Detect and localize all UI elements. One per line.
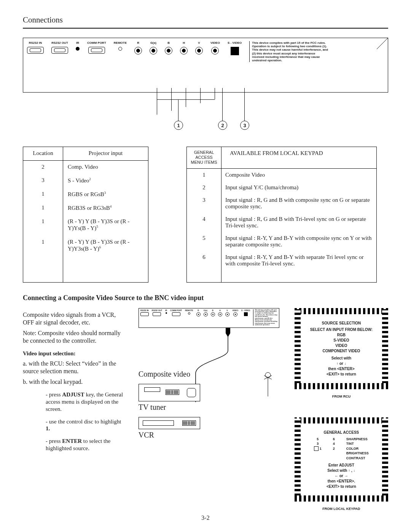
menu-items-table: GENERAL ACCESS MENU ITEMSAVAILABLE FROM … — [186, 147, 377, 283]
port-v: V — [195, 41, 203, 54]
header-rule — [23, 28, 388, 29]
page-number: 3-2 — [0, 514, 411, 521]
port-b: B — [165, 41, 172, 54]
port-remote: REMOTE — [114, 41, 127, 51]
node-2: 2 — [218, 121, 227, 130]
port-h: H — [180, 41, 188, 54]
osd-source-selection: SOURCE SELECTION SELECT AN INPUT FROM BE… — [295, 308, 388, 389]
node-1: 1 — [174, 121, 183, 130]
wiring-diagram: 1 2 3 — [23, 88, 388, 130]
tv-tuner-box — [139, 384, 200, 401]
label-vcr: VCR — [139, 431, 279, 439]
rear-panel-diagram: RS232 IN RS232 OUT IR COMM PORT REMOTE R… — [23, 38, 388, 93]
hookup-diagram: RS232 IN RS232 OUT IR COMM PORT REMOTE R… — [139, 308, 279, 511]
osd-general-access: GENERAL ACCESS 5 3 1 6 4 2 SHARPNESS TI — [295, 417, 388, 502]
page-header: Connections — [23, 15, 388, 25]
svg-line-0 — [377, 38, 388, 49]
section-title: Connecting a Composite Video Source to t… — [23, 294, 388, 302]
corner-cut-icon — [377, 38, 388, 49]
fcc-notice: This device complies with part 15 of the… — [249, 41, 328, 62]
osd1-caption: FROM RCU — [295, 395, 388, 398]
port-r: R — [134, 41, 142, 54]
instruction-text: Composite video signals from a VCR, OFF … — [23, 308, 123, 511]
port-rs232-out: RS232 OUT — [51, 41, 68, 54]
location-table: LocationProjector input 2Comp. Video 3S … — [23, 147, 148, 283]
node-3: 3 — [240, 121, 249, 130]
port-rs232-in: RS232 IN — [27, 41, 44, 54]
port-svideo: S - VIDEO — [228, 41, 242, 55]
svg-marker-2 — [226, 333, 230, 337]
osd2-caption: FROM LOCAL KEYPAD — [295, 507, 388, 511]
label-tv-tuner: TV tuner — [139, 403, 279, 412]
port-g: G(s) — [150, 41, 157, 54]
svg-point-6 — [265, 372, 271, 378]
port-comm: COMM PORT — [87, 41, 106, 54]
port-ir: IR — [76, 41, 80, 51]
port-video: VIDEO — [210, 41, 220, 54]
svg-rect-1 — [226, 328, 230, 333]
vcr-box — [139, 417, 200, 429]
